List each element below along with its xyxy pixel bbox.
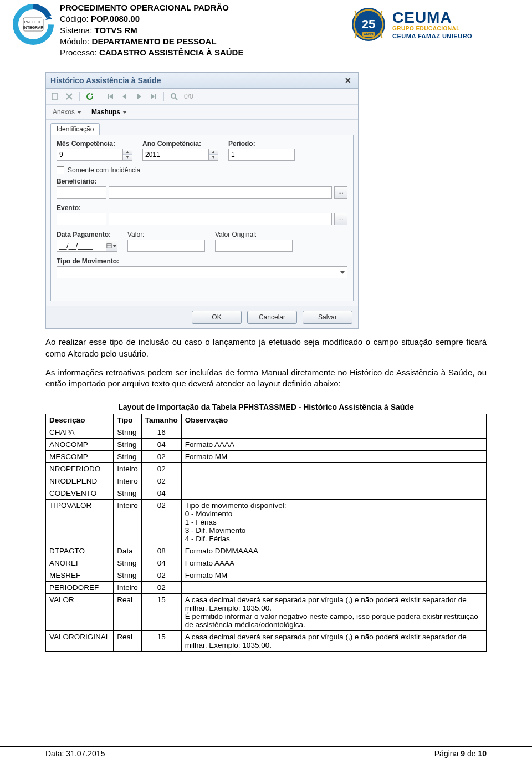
calendar-button[interactable] (106, 240, 117, 252)
table-row: ANOCOMPString04Formato AAAA (46, 439, 487, 451)
record-counter: 0/0 (184, 93, 193, 100)
cell-obs (181, 426, 486, 439)
cell-obs (181, 582, 486, 594)
periodo-input[interactable] (228, 149, 295, 161)
cell-obs: A casa decimal deverá ser separada por v… (181, 631, 486, 652)
search-icon[interactable] (170, 92, 178, 101)
mes-input[interactable] (57, 149, 123, 161)
header-text-block: PROCEDIMENTO OPERACIONAL PADRÃO Código: … (60, 2, 349, 58)
cell-tam: 02 (141, 463, 181, 475)
data-pag-input-group (57, 240, 117, 252)
cell-desc: PERIODOREF (46, 582, 114, 594)
beneficiario-code-input[interactable] (57, 186, 106, 199)
mes-spinner[interactable]: ▲▼ (57, 149, 132, 161)
data-pag-input[interactable] (57, 240, 106, 252)
cell-tam: 08 (141, 545, 181, 557)
cell-desc: ANOREF (46, 557, 114, 569)
table-row: VALORReal15A casa decimal deverá ser sep… (46, 594, 487, 631)
table-row: NROPERIODOInteiro02 (46, 463, 487, 475)
table-row: PERIODOREFInteiro02 (46, 582, 487, 594)
beneficiario-desc-input[interactable] (109, 186, 332, 199)
valor-input[interactable] (127, 240, 205, 252)
svg-marker-12 (109, 94, 113, 99)
footer-pagination: Página 9 de 10 (434, 749, 487, 758)
cell-desc: NROPERIODO (46, 463, 114, 475)
cell-tipo: Inteiro (114, 582, 142, 594)
table-header-row: Descrição Tipo Tamanho Observação (46, 414, 487, 426)
th-tipo: Tipo (114, 414, 142, 426)
svg-rect-20 (107, 244, 111, 248)
logo-text-bottom: INTEGRAR (23, 26, 44, 29)
cell-tipo: String (114, 487, 142, 500)
spin-up-icon[interactable]: ▲ (209, 149, 218, 155)
cell-desc: DTPAGTO (46, 545, 114, 557)
dialog-toolbar-2: Anexos Mashups (46, 105, 358, 120)
ano-input[interactable] (142, 149, 209, 161)
nav-first-icon[interactable] (106, 92, 115, 101)
ok-button[interactable]: OK (192, 311, 242, 324)
tab-identificacao[interactable]: Identificação (50, 123, 100, 135)
cell-tipo: String (114, 426, 142, 439)
evento-desc-input[interactable] (109, 213, 332, 225)
delete-icon[interactable] (65, 92, 74, 101)
evento-code-input[interactable] (57, 213, 106, 225)
nav-last-icon[interactable] (149, 92, 158, 101)
lookup-button[interactable]: … (334, 186, 347, 199)
table-row: CHAPAString16 (46, 426, 487, 439)
projeto-integrar-logo: PROJETO INTEGRAR (11, 2, 55, 47)
cell-obs (181, 475, 486, 487)
table-row: CODEVENTOString04 (46, 487, 487, 500)
valor-orig-input[interactable] (215, 240, 293, 252)
new-icon[interactable] (50, 92, 59, 101)
close-icon[interactable]: ✕ (342, 76, 354, 85)
periodo-label: Período: (228, 140, 295, 148)
lookup-button[interactable]: … (334, 213, 347, 225)
cell-obs: Tipo de movimento disponível: 0 - Movime… (181, 500, 486, 545)
spin-down-icon[interactable]: ▼ (209, 155, 218, 160)
th-obs: Observação (181, 414, 486, 426)
th-desc: Descrição (46, 414, 114, 426)
tipo-mov-select[interactable] (57, 266, 347, 278)
cell-tam: 04 (141, 487, 181, 500)
cell-desc: MESREF (46, 569, 114, 582)
chevron-down-icon (122, 111, 127, 114)
cell-obs: Formato DDMMAAAA (181, 545, 486, 557)
valor-orig-label: Valor Original: (215, 231, 293, 238)
cell-tam: 04 (141, 557, 181, 569)
somente-checkbox[interactable] (57, 166, 64, 174)
mashups-dropdown[interactable]: Mashups (89, 108, 127, 116)
dialog-panel: Mês Competência: ▲▼ Ano Competência: ▲▼ … (50, 135, 354, 301)
anexos-dropdown[interactable]: Anexos (50, 108, 81, 116)
page-header: PROJETO INTEGRAR PROCEDIMENTO OPERACIONA… (0, 0, 532, 62)
cell-tam: 15 (141, 631, 181, 652)
cell-tipo: String (114, 557, 142, 569)
layout-table-section: Layout de Importação da Tabela PFHSTASSM… (0, 403, 532, 652)
cell-tipo: String (114, 569, 142, 582)
cell-desc: MESCOMP (46, 451, 114, 463)
chevron-down-icon (112, 245, 117, 247)
page-footer: Data: 31.07.2015 Página 9 de 10 (0, 746, 532, 758)
refresh-icon[interactable] (85, 92, 94, 101)
spin-down-icon[interactable]: ▼ (123, 155, 132, 160)
beneficiario-lookup: … (57, 186, 347, 199)
spin-up-icon[interactable]: ▲ (123, 149, 132, 155)
table-row: VALORORIGINALReal15A casa decimal deverá… (46, 631, 487, 652)
svg-text:25: 25 (362, 17, 375, 31)
svg-marker-13 (122, 94, 126, 99)
table-row: MESCOMPString02Formato MM (46, 451, 487, 463)
dialog-titlebar: Histórico Assistência à Saúde ✕ (46, 73, 358, 89)
ano-spinner[interactable]: ▲▼ (142, 149, 218, 161)
calendar-icon (106, 242, 112, 249)
nav-next-icon[interactable] (135, 92, 144, 101)
save-button[interactable]: Salvar (303, 311, 352, 324)
dialog-title: Histórico Assistência à Saúde (50, 76, 161, 85)
cancel-button[interactable]: Cancelar (247, 311, 297, 324)
cell-desc: VALORORIGINAL (46, 631, 114, 652)
cell-tam: 04 (141, 439, 181, 451)
table-row: NRODEPENDInteiro02 (46, 475, 487, 487)
ceuma-brands: CEUMA FAMAZ UNIEURO (392, 33, 521, 39)
cell-tam: 02 (141, 500, 181, 545)
nav-prev-icon[interactable] (120, 92, 129, 101)
svg-text:ANOS: ANOS (364, 33, 373, 36)
doc-title: PROCEDIMENTO OPERACIONAL PADRÃO (60, 3, 229, 12)
